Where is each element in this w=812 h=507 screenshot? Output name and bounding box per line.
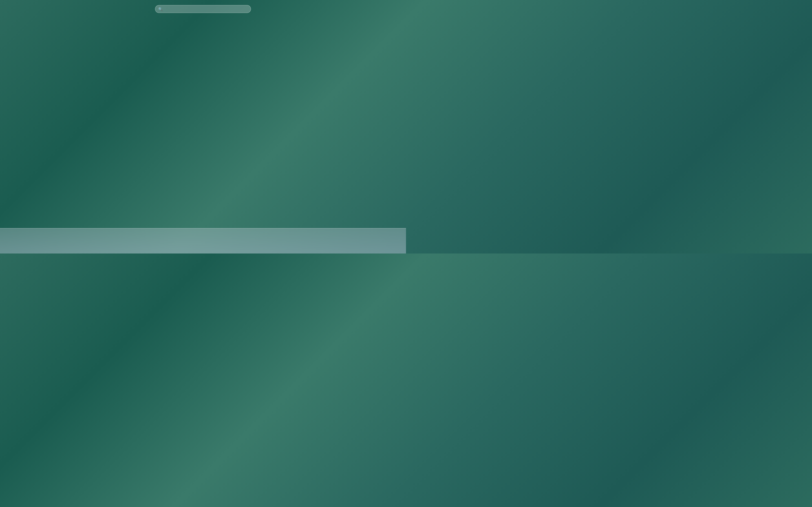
search-input[interactable] — [164, 7, 248, 11]
search-icon: 🔍 — [158, 7, 163, 11]
search-bar-container: 🔍 — [0, 0, 406, 13]
dock — [0, 228, 406, 253]
search-bar[interactable]: 🔍 — [155, 5, 251, 13]
